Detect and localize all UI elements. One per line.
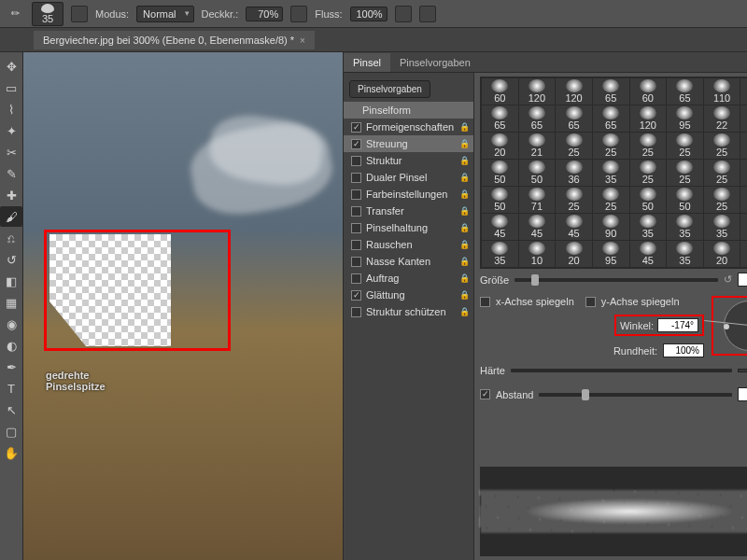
brush-tip-shape-row[interactable]: Pinselform: [344, 102, 473, 119]
option-dualer-pinsel[interactable]: Dualer Pinsel🔒: [344, 169, 473, 186]
option-checkbox[interactable]: [351, 290, 361, 301]
brush-thumb[interactable]: 25: [556, 187, 592, 213]
flip-x-checkbox[interactable]: [480, 297, 490, 307]
reset-size-icon[interactable]: ↺: [724, 273, 732, 286]
lock-icon[interactable]: 🔒: [459, 257, 470, 267]
brush-thumb[interactable]: 65: [482, 105, 518, 132]
brush-thumb[interactable]: 50: [519, 160, 556, 186]
brush-thumb[interactable]: 45: [556, 214, 592, 240]
move-tool[interactable]: ✥: [0, 56, 22, 77]
brush-thumb[interactable]: 20: [704, 241, 740, 267]
brush-thumb[interactable]: 45: [519, 214, 556, 240]
brush-thumb[interactable]: 50: [630, 187, 667, 213]
path-tool[interactable]: ↖: [0, 399, 22, 420]
brush-tip-grid[interactable]: 6012012065606511090656565651209522952021…: [480, 77, 747, 269]
wand-tool[interactable]: ✦: [0, 120, 22, 141]
brush-thumb[interactable]: 36: [556, 160, 592, 186]
dodge-tool[interactable]: ◐: [0, 335, 22, 356]
brush-thumb[interactable]: 95: [667, 105, 703, 132]
brush-thumb[interactable]: 65: [593, 105, 629, 132]
option-streuung[interactable]: Streuung🔒: [344, 135, 473, 152]
brush-thumb[interactable]: 50: [667, 187, 703, 213]
brush-thumb[interactable]: 95: [740, 105, 747, 132]
brush-thumb[interactable]: 22: [704, 105, 740, 132]
brush-thumb[interactable]: 95: [593, 241, 629, 267]
brush-thumb[interactable]: 45: [482, 214, 518, 240]
lasso-tool[interactable]: ⌇: [0, 99, 22, 119]
brush-thumb[interactable]: 35: [630, 214, 667, 240]
spacing-input[interactable]: 25%: [738, 387, 747, 401]
type-tool[interactable]: T: [0, 378, 22, 399]
brush-thumb[interactable]: 65: [519, 105, 556, 132]
size-input[interactable]: 35 Px: [738, 273, 747, 287]
option-nasse-kanten[interactable]: Nasse Kanten🔒: [344, 253, 473, 270]
size-slider[interactable]: [514, 278, 718, 282]
brush-thumb[interactable]: 35: [667, 241, 703, 267]
brush-thumb[interactable]: 25: [667, 160, 703, 186]
brush-thumb[interactable]: 50: [482, 160, 518, 186]
flip-y-checkbox[interactable]: [585, 297, 596, 307]
history-brush-tool[interactable]: ↺: [0, 249, 22, 270]
tab-brush-presets[interactable]: Pinselvorgaben: [390, 53, 480, 72]
option-auftrag[interactable]: Auftrag🔒: [344, 270, 473, 287]
document-tab[interactable]: Bergviecher.jpg bei 300% (Ebene 0, Ebene…: [34, 31, 315, 49]
brush-thumb[interactable]: 120: [519, 78, 556, 105]
flow-input[interactable]: 100%: [350, 7, 388, 21]
option-rauschen[interactable]: Rauschen🔒: [344, 236, 473, 253]
brush-thumb[interactable]: 10: [519, 241, 556, 267]
lock-icon[interactable]: 🔒: [459, 139, 470, 149]
brush-thumb[interactable]: 25: [556, 133, 592, 159]
angle-dial[interactable]: [724, 301, 747, 351]
crop-tool[interactable]: ✂: [0, 142, 22, 162]
close-icon[interactable]: ×: [300, 35, 305, 46]
lock-icon[interactable]: 🔒: [459, 173, 470, 183]
option-farbeinstellungen[interactable]: Farbeinstellungen🔒: [344, 186, 473, 203]
option-transfer[interactable]: Transfer🔒: [344, 203, 473, 219]
brush-thumb[interactable]: 110: [704, 78, 740, 105]
option-checkbox[interactable]: [351, 156, 361, 166]
option-checkbox[interactable]: [351, 273, 361, 284]
brush-thumb[interactable]: 60: [482, 78, 518, 105]
lock-icon[interactable]: 🔒: [459, 156, 470, 166]
option-checkbox[interactable]: [351, 122, 361, 133]
brush-thumb[interactable]: 35: [482, 241, 518, 267]
size-pressure-icon[interactable]: [419, 6, 436, 22]
brush-thumb[interactable]: 25: [630, 133, 667, 159]
brush-tool[interactable]: 🖌: [0, 206, 22, 227]
brush-thumb[interactable]: 90: [593, 214, 629, 240]
option-glättung[interactable]: Glättung🔒: [344, 287, 473, 303]
gradient-tool[interactable]: ▦: [0, 292, 22, 313]
brush-thumb[interactable]: 25: [704, 187, 740, 213]
option-checkbox[interactable]: [351, 173, 361, 183]
shape-tool[interactable]: ▢: [0, 421, 22, 441]
hand-tool[interactable]: ✋: [0, 442, 22, 463]
brush-presets-button[interactable]: Pinselvorgaben: [349, 80, 430, 98]
brush-thumb[interactable]: 35: [740, 187, 747, 213]
brush-panel-toggle-icon[interactable]: [71, 6, 88, 22]
brush-thumb[interactable]: 20: [556, 241, 592, 267]
brush-thumb[interactable]: 120: [556, 78, 592, 105]
lock-icon[interactable]: 🔒: [459, 240, 470, 250]
brush-thumb[interactable]: 23: [740, 214, 747, 240]
heal-tool[interactable]: ✚: [0, 185, 22, 205]
eyedropper-tool[interactable]: ✎: [0, 163, 22, 184]
brush-thumb[interactable]: 90: [740, 78, 747, 105]
angle-input[interactable]: -174°: [657, 318, 698, 332]
brush-thumb[interactable]: 25: [593, 187, 629, 213]
marquee-tool[interactable]: ▭: [0, 77, 22, 98]
option-formeigenschaften[interactable]: Formeigenschaften🔒: [344, 119, 473, 135]
lock-icon[interactable]: 🔒: [459, 273, 470, 284]
document-canvas[interactable]: gedrehte Pinselspitze: [23, 52, 343, 560]
option-pinselhaltung[interactable]: Pinselhaltung🔒: [344, 219, 473, 236]
brush-preset-picker[interactable]: 35: [32, 2, 63, 26]
brush-thumb[interactable]: 25: [704, 133, 740, 159]
lock-icon[interactable]: 🔒: [459, 206, 470, 217]
brush-thumb[interactable]: 18: [740, 160, 747, 186]
option-struktur[interactable]: Struktur🔒: [344, 152, 473, 169]
opacity-input[interactable]: 70%: [246, 7, 283, 21]
lock-icon[interactable]: 🔒: [459, 189, 470, 200]
brush-thumb[interactable]: 65: [667, 78, 703, 105]
pen-tool[interactable]: ✒: [0, 357, 22, 377]
brush-thumb[interactable]: 60: [630, 78, 667, 105]
option-struktur-schützen[interactable]: Struktur schützen🔒: [344, 303, 473, 320]
